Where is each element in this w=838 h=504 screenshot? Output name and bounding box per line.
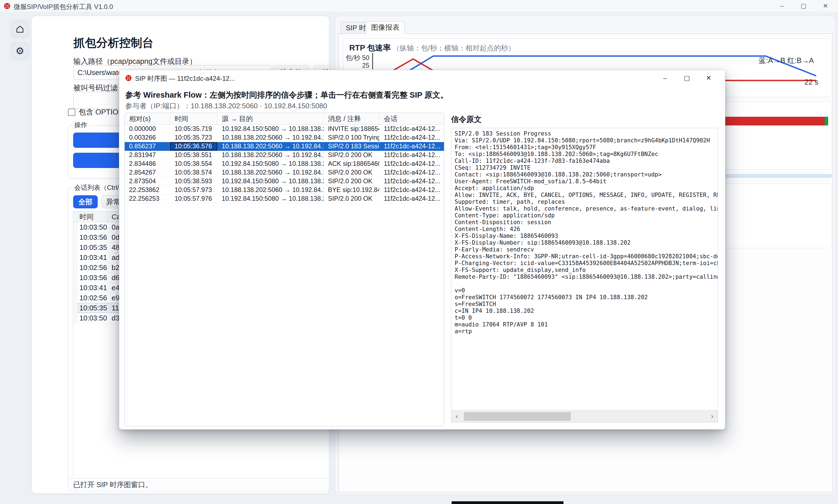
column-header-relative: 相对(s) (125, 113, 170, 124)
app-title: 微服SIP/VoIP抓包分析工具 V1.0.0 (14, 2, 113, 11)
row-selector[interactable] (73, 242, 77, 252)
raw-sip-heading: 信令原文 (451, 114, 482, 125)
session-time: 10:02:56 (77, 263, 108, 272)
raw-sip-line: P-Charging-Vector: icid-value=C33158A453… (455, 260, 718, 267)
loss-timeline-ok-segment (825, 117, 828, 125)
scroll-left-arrow-icon[interactable]: ‹ (451, 411, 462, 422)
signal-session: 11f2c1dc-a424-12... (379, 168, 444, 177)
session-time: 10:03:50 (77, 313, 108, 323)
row-selector[interactable] (73, 273, 77, 283)
raw-sip-textarea[interactable]: SIP/2.0 183 Session ProgressVia: SIP/2.0… (451, 128, 718, 422)
signal-table-body: 0.000000 10:05:35.719 10.192.84.150:5080… (125, 125, 444, 203)
signal-row[interactable]: 22.253862 10:05:57.973 10.188.138.202:50… (125, 186, 444, 195)
sidebar-settings-button[interactable]: ⚙ (11, 42, 29, 60)
signal-table-pane: 相对(s) 时间 源 → 目的 消息 / 注释 会话 0.000000 10:0… (124, 113, 444, 426)
signal-message: SIP/2.0 200 OK (324, 151, 380, 159)
raw-sip-line: c=IN IP4 10.188.138.202 (455, 308, 718, 314)
signal-row[interactable]: 2.834486 10:05:38.554 10.192.84.150:5080… (125, 160, 444, 168)
signal-row[interactable]: 0.856237 10:05:36.576 10.188.138.202:506… (125, 142, 444, 151)
column-header-time: 时间 (77, 211, 108, 222)
row-selector[interactable] (73, 293, 77, 303)
signal-time: 10:05:38.551 (170, 151, 217, 159)
window-close-button[interactable]: ✕ (817, 0, 835, 12)
session-time: 10:05:35 (77, 242, 108, 252)
signal-time: 10:05:36.576 (170, 142, 217, 150)
signal-message: SIP/2.0 200 OK (324, 177, 380, 185)
window-titlebar: 微服SIP/VoIP抓包分析工具 V1.0.0 – ▢ ✕ (0, 0, 838, 12)
dialog-help-text: 参考 Wireshark Flow：左侧为按时间排序的信令步骤；单击一行在右侧查… (125, 90, 448, 101)
row-selector[interactable] (73, 303, 77, 313)
x-axis-end-label: 22 s (804, 78, 818, 87)
signal-message: INVITE sip:1886546 (324, 125, 380, 133)
taskbar-sliver[interactable] (452, 501, 563, 504)
signal-relative-time: 22.256253 (125, 195, 170, 203)
session-time: 10:03:56 (77, 273, 108, 283)
raw-sip-line: o=FreeSWITCH 1774560072 1774560073 IN IP… (455, 294, 718, 301)
signal-message: SIP/2.0 200 OK (324, 195, 380, 203)
row-selector[interactable] (73, 222, 77, 232)
signal-row[interactable]: 2.854267 10:05:38.574 10.188.138.202:506… (125, 168, 444, 177)
window-maximize-button[interactable]: ▢ (795, 0, 813, 12)
row-selector[interactable] (73, 313, 77, 323)
row-selector[interactable] (73, 263, 77, 272)
raw-sip-line: CSeq: 112734729 INVITE (455, 164, 718, 171)
raw-sip-line: User-Agent: FreeSWITCH-mod_sofia/1.8.5~6… (455, 178, 718, 185)
raw-sip-line: t=0 0 (455, 314, 718, 321)
signal-relative-time: 2.834486 (125, 160, 170, 168)
dialog-close-button[interactable]: ✕ (699, 70, 718, 86)
scrollbar-thumb[interactable] (464, 412, 571, 421)
raw-sip-line: Supported: timer, path, replaces (455, 199, 718, 205)
window-minimize-button[interactable]: – (773, 0, 791, 12)
raw-sip-line: To: <sip:18865460093@10.188.138.202:5060… (455, 151, 718, 158)
scroll-right-arrow-icon[interactable]: › (707, 411, 718, 422)
signal-row[interactable]: 2.873504 10:05:38.593 10.192.84.150:5080… (125, 177, 444, 186)
signal-message: SIP/2.0 183 Session (324, 142, 380, 150)
dialog-titlebar: SIP 时序图 — 11f2c1dc-a424-12... – ▢ ✕ (119, 70, 725, 86)
signal-row[interactable]: 0.000000 10:05:35.719 10.192.84.150:5080… (125, 125, 444, 133)
signal-src-dst: 10.188.138.202:5060 → 10.192.84.150 (217, 168, 324, 177)
signal-session: 11f2c1dc-a424-12... (379, 125, 444, 133)
dialog-maximize-button[interactable]: ▢ (677, 70, 696, 86)
rtp-chart-subtitle: （纵轴：包/秒；横轴：相对起点的秒） (393, 44, 515, 52)
session-time: 10:03:50 (77, 222, 108, 232)
raw-sip-line: Via: SIP/2.0/UDP 10.192.84.150:5080;rpor… (455, 137, 718, 144)
signal-src-dst: 10.192.84.150:5080 → 10.188.138.202 (217, 195, 324, 203)
raw-sip-line: m=audio 17064 RTP/AVP 8 101 (455, 321, 718, 328)
y-tick-50: 50 (362, 54, 369, 61)
sidebar-home-button[interactable] (11, 20, 29, 38)
dialog-minimize-button[interactable]: – (656, 70, 675, 86)
session-time: 10:03:41 (77, 283, 108, 293)
signal-row[interactable]: 0.003266 10:05:35.723 10.188.138.202:506… (125, 133, 444, 142)
signal-time: 10:05:57.973 (170, 186, 217, 194)
operations-legend: 操作 (72, 121, 89, 129)
row-selector[interactable] (73, 232, 77, 242)
column-header-session: 会话 (379, 113, 444, 124)
page-title: 抓包分析控制台 (73, 35, 154, 51)
session-time: 10:03:56 (77, 232, 108, 242)
rtp-chart-title: RTP 包速率 (349, 43, 391, 52)
signal-session: 11f2c1dc-a424-12... (379, 177, 444, 185)
filter-chip-all[interactable]: 全部 (73, 195, 98, 209)
app-logo-icon (4, 3, 11, 9)
options-only-checkbox[interactable] (68, 109, 75, 116)
raw-horizontal-scrollbar[interactable]: ‹ › (451, 410, 718, 422)
signal-src-dst: 10.192.84.150:5080 → 10.188.138.202 (217, 160, 324, 168)
signal-time: 10:05:38.554 (170, 160, 217, 168)
raw-sip-line: Contact: <sip:18865460093@10.188.138.202… (455, 171, 718, 178)
row-header-spacer (73, 211, 77, 222)
signal-table-header: 相对(s) 时间 源 → 目的 消息 / 注释 会话 (125, 113, 444, 125)
tab-image-report[interactable]: 图像报表 (366, 21, 405, 34)
participants-text: 参与者（IP:端口）：10.188.138.202:5060 · 10.192.… (125, 101, 327, 111)
signal-time: 10:05:38.593 (170, 177, 217, 185)
signal-relative-time: 0.003266 (125, 133, 170, 142)
signal-row[interactable]: 22.256253 10:05:57.976 10.192.84.150:508… (125, 195, 444, 203)
row-selector[interactable] (73, 253, 77, 263)
raw-sip-line: From: <tel:15154601431>;tag=30y915XQgy57… (455, 144, 718, 151)
signal-src-dst: 10.188.138.202:5060 → 10.192.84.150 (217, 151, 324, 159)
signal-session: 11f2c1dc-a424-12... (379, 195, 444, 203)
signal-session: 11f2c1dc-a424-12... (379, 160, 444, 168)
y-axis-line (372, 53, 373, 69)
signal-row[interactable]: 2.831947 10:05:38.551 10.188.138.202:506… (125, 151, 444, 160)
row-selector[interactable] (73, 283, 77, 293)
signal-session: 11f2c1dc-a424-12... (379, 151, 444, 159)
